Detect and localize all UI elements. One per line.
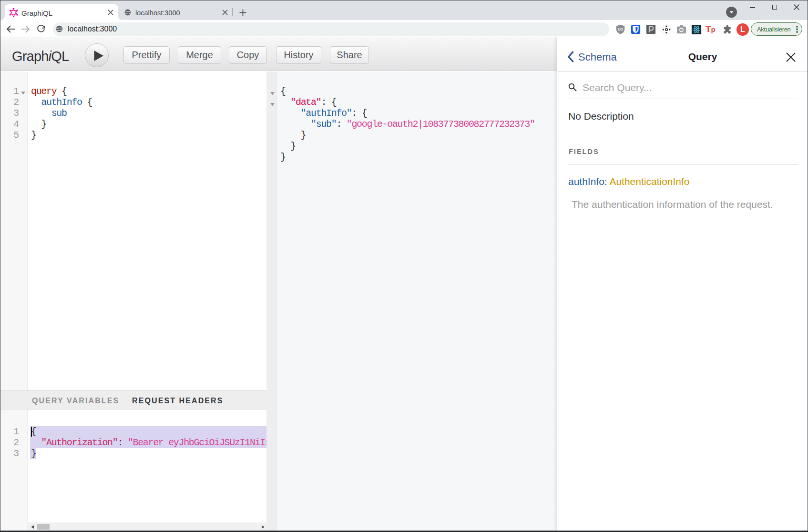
svg-text:UO: UO bbox=[618, 27, 623, 31]
